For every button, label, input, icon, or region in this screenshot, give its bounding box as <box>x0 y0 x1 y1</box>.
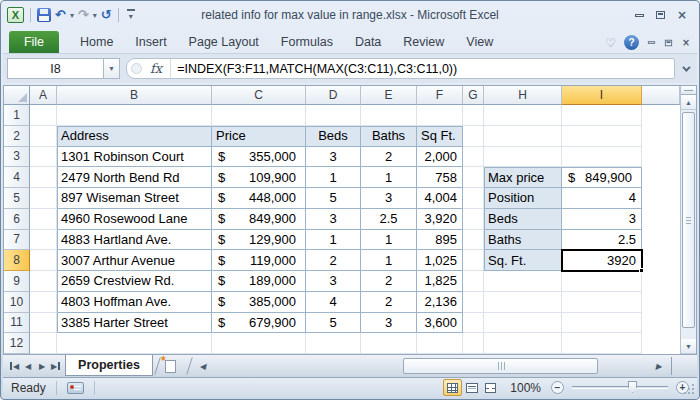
cell-C6[interactable]: $849,900 <box>212 209 306 230</box>
gridcell-D1[interactable] <box>306 105 361 126</box>
cell-F10[interactable]: 2,136 <box>417 292 463 313</box>
tab-review[interactable]: Review <box>392 31 455 53</box>
last-sheet-icon[interactable]: ▶ <box>49 358 63 374</box>
cell-E2[interactable]: Baths <box>361 126 417 147</box>
doc-restore-icon[interactable] <box>665 39 672 45</box>
zoom-level[interactable]: 100% <box>506 381 545 395</box>
vscroll-up-icon[interactable]: ▲ <box>681 95 696 110</box>
cell-H5[interactable]: Position <box>484 188 562 209</box>
gridcell-G5[interactable] <box>463 188 484 209</box>
hscroll-left-icon[interactable]: ◀ <box>195 359 210 374</box>
tab-file[interactable]: File <box>9 31 59 53</box>
insert-worksheet-icon[interactable]: * <box>161 358 185 375</box>
gridcell-A4[interactable] <box>30 167 57 188</box>
restore-icon[interactable] <box>656 11 665 19</box>
gridcell-A12[interactable] <box>30 333 57 354</box>
gridcell-F1[interactable] <box>417 105 463 126</box>
cell-C10[interactable]: $385,000 <box>212 292 306 313</box>
cell-D4[interactable]: 1 <box>306 167 361 188</box>
cell-I5[interactable]: 4 <box>562 188 642 209</box>
gridcell-A3[interactable] <box>30 147 57 168</box>
formula-input[interactable]: =INDEX(F3:F11,MATCH(MAX(C3:C11),C3:C11,0… <box>177 62 457 76</box>
cell-I7[interactable]: 2.5 <box>562 230 642 251</box>
row-header-7[interactable]: 7 <box>4 230 30 251</box>
zoom-slider-thumb[interactable] <box>628 381 637 393</box>
cell-E10[interactable]: 2 <box>361 292 417 313</box>
cell-B11[interactable]: 3385 Harter Street <box>57 313 212 334</box>
gridcell-G1[interactable] <box>463 105 484 126</box>
row-header-2[interactable]: 2 <box>4 126 30 147</box>
cell-C7[interactable]: $129,900 <box>212 230 306 251</box>
gridcell-A7[interactable] <box>30 230 57 251</box>
cell-C4[interactable]: $109,900 <box>212 167 306 188</box>
cell-C8[interactable]: $119,000 <box>212 250 306 271</box>
gridcell-A5[interactable] <box>30 188 57 209</box>
cell-H7[interactable]: Baths <box>484 230 562 251</box>
gridcell-I3[interactable] <box>562 147 642 168</box>
gridcell-H10[interactable] <box>484 292 562 313</box>
gridcell-G4[interactable] <box>463 167 484 188</box>
gridcell-G7[interactable] <box>463 230 484 251</box>
select-all-corner[interactable] <box>4 86 30 105</box>
vscroll-thumb[interactable] <box>682 112 695 328</box>
cell-B3[interactable]: 1301 Robinson Court <box>57 147 212 168</box>
doc-close-icon[interactable]: × <box>682 39 690 47</box>
view-page-layout-button[interactable] <box>462 379 481 396</box>
cell-D11[interactable]: 5 <box>306 313 361 334</box>
cell-I8[interactable]: 3920 <box>562 250 642 271</box>
row-header-10[interactable]: 10 <box>4 292 30 313</box>
gridcell-G8[interactable] <box>463 250 484 271</box>
hscroll-right-icon[interactable]: ▶ <box>651 359 666 374</box>
hscroll-thumb[interactable] <box>403 358 598 374</box>
gridcell-G10[interactable] <box>463 292 484 313</box>
gridcell-H3[interactable] <box>484 147 562 168</box>
insert-function-icon[interactable]: fx <box>150 61 162 76</box>
cell-F4[interactable]: 758 <box>417 167 463 188</box>
tab-view[interactable]: View <box>455 31 504 53</box>
cell-C2[interactable]: Price <box>212 126 306 147</box>
cell-F9[interactable]: 1,825 <box>417 271 463 292</box>
vscroll-split-handle[interactable] <box>681 86 696 95</box>
cell-D5[interactable]: 5 <box>306 188 361 209</box>
cell-D9[interactable]: 3 <box>306 271 361 292</box>
doc-minimize-icon[interactable] <box>648 41 655 43</box>
gridcell-D12[interactable] <box>306 333 361 354</box>
gridcell-H12[interactable] <box>484 333 562 354</box>
cell-B2[interactable]: Address <box>57 126 212 147</box>
close-icon[interactable]: × <box>677 10 687 20</box>
cell-C5[interactable]: $448,000 <box>212 188 306 209</box>
cell-F2[interactable]: Sq Ft. <box>417 126 463 147</box>
row-header-12[interactable]: 12 <box>4 333 30 354</box>
tab-insert[interactable]: Insert <box>124 31 177 53</box>
gridcell-I1[interactable] <box>562 105 642 126</box>
help-icon[interactable]: ? <box>624 35 639 50</box>
gridcell-H2[interactable] <box>484 126 562 147</box>
row-header-8[interactable]: 8 <box>4 250 30 271</box>
cell-F6[interactable]: 3,920 <box>417 209 463 230</box>
cell-E7[interactable]: 1 <box>361 230 417 251</box>
column-header-F[interactable]: F <box>417 86 463 105</box>
cell-B8[interactable]: 3007 Arthur Avenue <box>57 250 212 271</box>
column-header-B[interactable]: B <box>57 86 212 105</box>
gridcell-I10[interactable] <box>562 292 642 313</box>
gridcell-G2[interactable] <box>463 126 484 147</box>
sheet-tab-properties[interactable]: Properties <box>65 355 153 376</box>
column-header-G[interactable]: G <box>463 86 484 105</box>
cell-C9[interactable]: $189,000 <box>212 271 306 292</box>
gridcell-C1[interactable] <box>212 105 306 126</box>
gridcell-H9[interactable] <box>484 271 562 292</box>
prev-sheet-icon[interactable]: ◀ <box>21 358 35 374</box>
cell-D10[interactable]: 4 <box>306 292 361 313</box>
row-header-4[interactable]: 4 <box>4 167 30 188</box>
gridcell-G12[interactable] <box>463 333 484 354</box>
gridcell-H1[interactable] <box>484 105 562 126</box>
cell-D2[interactable]: Beds <box>306 126 361 147</box>
gridcell-G11[interactable] <box>463 313 484 334</box>
cell-E5[interactable]: 3 <box>361 188 417 209</box>
row-header-9[interactable]: 9 <box>4 271 30 292</box>
column-header-C[interactable]: C <box>212 86 306 105</box>
gridcell-I9[interactable] <box>562 271 642 292</box>
gridcell-E12[interactable] <box>361 333 417 354</box>
cell-E6[interactable]: 2.5 <box>361 209 417 230</box>
cell-H6[interactable]: Beds <box>484 209 562 230</box>
